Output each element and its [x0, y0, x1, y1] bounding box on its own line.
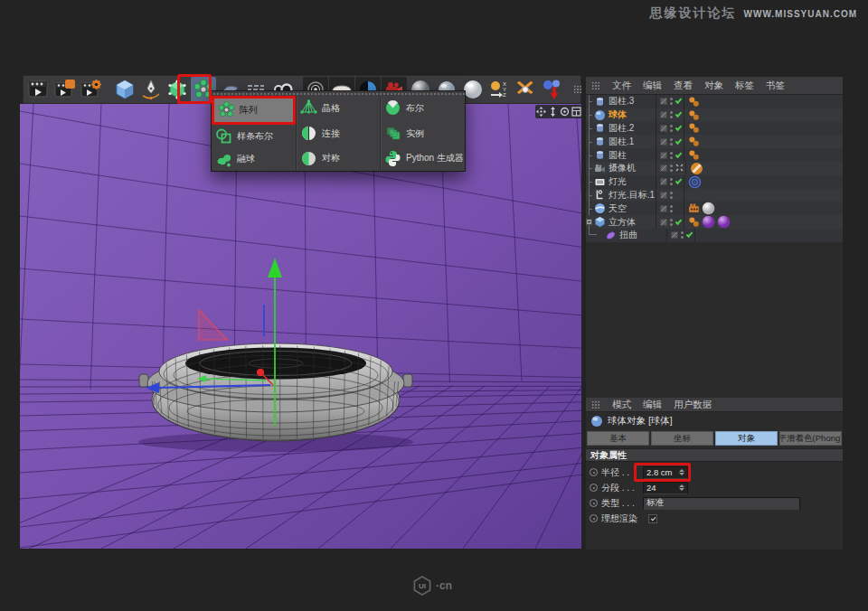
object-row-sphere[interactable]: 球体 [586, 108, 843, 122]
object-row-camera[interactable]: 摄像机 [586, 162, 843, 175]
visibility-dots[interactable] [670, 205, 673, 212]
object-row-cylinder1[interactable]: 圆柱.1 [586, 135, 843, 148]
render-perfect-checkbox[interactable] [648, 514, 657, 523]
menu-item-array[interactable]: 阵列 [212, 96, 296, 125]
keyframe-circle-icon[interactable] [590, 514, 598, 522]
maximize-icon[interactable] [571, 107, 582, 118]
layer-box[interactable] [660, 152, 667, 159]
object-row-cylinder[interactable]: 圆柱 [586, 148, 843, 162]
enabled-check[interactable] [675, 110, 683, 118]
menu-item-python-generator[interactable]: Python 生成器 [381, 146, 465, 171]
panel-drag-handle-icon[interactable] [591, 81, 600, 90]
phong-tag-icon[interactable] [688, 216, 700, 228]
coordinates-icon[interactable]: XYZ [486, 77, 512, 102]
render-picture-viewer-icon[interactable] [52, 77, 78, 102]
enabled-check[interactable] [675, 218, 683, 225]
visibility-dots[interactable] [670, 164, 673, 172]
visibility-dots[interactable] [670, 138, 673, 146]
phong-tag-icon[interactable] [688, 109, 700, 121]
compositing-tag-icon[interactable] [688, 202, 700, 214]
enabled-check[interactable] [675, 124, 683, 131]
visibility-dots[interactable] [670, 125, 673, 132]
object-row-cube[interactable]: 立方体 [586, 215, 843, 229]
spinner-icon[interactable] [679, 484, 684, 491]
segments-input[interactable]: 24 [643, 482, 688, 494]
layer-box[interactable] [660, 178, 667, 185]
menu-item-lattice[interactable]: 晶格 [297, 96, 380, 121]
material-white-icon[interactable] [702, 202, 715, 215]
tab-basic[interactable]: 基本 [587, 431, 649, 446]
om-menu-objects[interactable]: 对象 [704, 80, 723, 92]
sphere-object[interactable] [138, 343, 413, 452]
phong-tag-icon[interactable] [688, 136, 700, 147]
object-row-cylinder2[interactable]: 圆柱.2 [586, 122, 843, 136]
layer-box[interactable] [671, 231, 678, 239]
material-purple-icon[interactable] [702, 215, 715, 229]
tab-phong[interactable]: 平滑着色(Phong) [779, 431, 842, 446]
type-dropdown[interactable]: 标准 [643, 497, 800, 510]
tab-object[interactable]: 对象 [715, 431, 778, 446]
enabled-check[interactable] [675, 97, 683, 104]
visibility-dots[interactable] [670, 178, 673, 185]
enabled-check[interactable] [675, 137, 683, 145]
object-row-cylinder3[interactable]: 圆柱.3 [586, 95, 843, 108]
subdivision-surface-icon[interactable] [165, 77, 190, 102]
menu-item-connect[interactable]: 连接 [297, 121, 380, 146]
om-menu-edit[interactable]: 编辑 [643, 80, 662, 92]
layer-box[interactable] [660, 164, 667, 172]
visibility-dots[interactable] [670, 111, 673, 118]
layer-box[interactable] [660, 192, 667, 199]
am-menu-userdata[interactable]: 用户数据 [674, 399, 712, 411]
radius-input[interactable]: 2.8 cm [643, 466, 688, 479]
section-object-properties[interactable]: 对象属性 [586, 448, 843, 462]
snap-icon[interactable] [513, 77, 538, 102]
om-menu-tags[interactable]: 标签 [735, 80, 754, 92]
om-menu-bookmarks[interactable]: 书签 [766, 80, 785, 92]
layer-box[interactable] [660, 205, 667, 212]
object-row-light[interactable]: 灯光 [586, 175, 843, 189]
keyframe-circle-icon[interactable] [590, 484, 598, 492]
layer-box[interactable] [660, 125, 667, 132]
enabled-check[interactable] [675, 177, 683, 184]
layer-box[interactable] [660, 138, 667, 146]
layer-box[interactable] [660, 98, 667, 105]
phong-tag-icon[interactable] [688, 96, 700, 108]
phong-tag-icon[interactable] [688, 149, 700, 161]
protection-tag-icon[interactable] [690, 162, 703, 175]
visibility-dots[interactable] [670, 192, 673, 199]
spinner-icon[interactable] [679, 469, 684, 475]
rotate-icon[interactable] [560, 107, 571, 118]
tab-coordinates[interactable]: 坐标 [651, 431, 713, 446]
am-menu-edit[interactable]: 编辑 [643, 399, 662, 411]
layer-box[interactable] [660, 111, 667, 118]
enabled-check[interactable] [675, 151, 683, 158]
menu-item-symmetry[interactable]: 对称 [297, 146, 380, 171]
enabled-check[interactable] [686, 230, 693, 238]
panel-drag-handle-icon[interactable] [591, 400, 600, 409]
target-tag-icon[interactable] [688, 175, 702, 189]
om-menu-view[interactable]: 查看 [674, 80, 693, 92]
phong-tag-icon[interactable] [688, 122, 700, 134]
visibility-dots[interactable] [681, 231, 684, 239]
object-row-light-target[interactable]: 灯光.目标.1 [586, 189, 843, 202]
move-axis-icon[interactable] [539, 77, 564, 102]
visibility-dots[interactable] [670, 98, 673, 105]
layer-box[interactable] [660, 219, 667, 226]
material-purple-icon[interactable] [717, 215, 731, 229]
keyframe-circle-icon[interactable] [590, 499, 598, 507]
menu-item-boole[interactable]: 布尔 [381, 96, 465, 121]
keyframe-circle-icon[interactable] [590, 468, 598, 476]
om-menu-file[interactable]: 文件 [612, 80, 631, 92]
am-menu-mode[interactable]: 模式 [612, 399, 631, 411]
visibility-dots[interactable] [670, 219, 673, 226]
render-settings-icon[interactable] [79, 77, 104, 102]
expander-icon[interactable] [586, 219, 592, 225]
object-row-sky[interactable]: 天空 [586, 202, 843, 215]
render-view-icon[interactable] [26, 77, 52, 102]
menu-item-instance[interactable]: 实例 [381, 121, 465, 146]
visibility-dots[interactable] [670, 152, 673, 159]
cube-primitive-icon[interactable] [112, 77, 137, 102]
zoom-icon[interactable] [548, 107, 559, 118]
menu-item-metaball[interactable]: 融球 [212, 147, 296, 171]
object-row-bend[interactable]: 扭曲 [586, 229, 843, 242]
